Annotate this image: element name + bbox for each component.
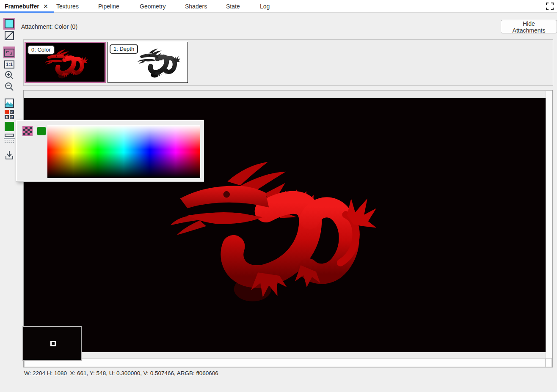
transparent-checker-swatch[interactable] — [22, 126, 33, 136]
green-color-swatch-icon — [5, 122, 14, 131]
scrollbar-corner — [546, 358, 552, 367]
background-image-icon[interactable] — [3, 97, 15, 109]
texture-none-icon[interactable] — [3, 30, 15, 41]
tab-textures[interactable]: Textures — [56, 3, 79, 10]
attachment-thumb-depth[interactable]: 1: Depth — [108, 42, 188, 83]
zoom-out-icon[interactable] — [3, 81, 15, 93]
active-tab-underline — [0, 11, 54, 13]
hue-lightness-gradient[interactable] — [47, 125, 200, 178]
attachment-thumb-color[interactable]: 0: Color — [25, 42, 106, 83]
channel-b-cell: B — [5, 115, 9, 119]
framebuffer-debugger-window: Framebuffer ✕ Textures Pipeline Geometry… — [0, 0, 557, 392]
attachments-strip: 0: Color 1: Depth — [23, 39, 553, 86]
picked-pixel-indicator — [50, 341, 56, 346]
depth-attachment-preview — [131, 47, 186, 79]
rgba-grid-icon: G B A — [5, 110, 14, 119]
zoom-fit-icon[interactable] — [3, 47, 15, 58]
actual-size-icon[interactable]: 1:1 — [3, 58, 15, 70]
cyan-square-icon — [5, 19, 14, 28]
texture-color-icon[interactable] — [3, 18, 15, 30]
hide-attachments-button[interactable]: Hide Attachments — [501, 20, 557, 33]
tab-framebuffer[interactable]: Framebuffer — [5, 3, 39, 10]
fullscreen-icon[interactable] — [546, 3, 554, 10]
tab-geometry[interactable]: Geometry — [140, 3, 165, 10]
background-color-icon[interactable] — [3, 121, 15, 132]
flip-icon[interactable] — [3, 132, 15, 144]
attachment-badge: 1: Depth — [110, 44, 138, 54]
attachment-badge: 0: Color — [28, 45, 55, 55]
channels-icon[interactable]: G B A — [3, 109, 15, 121]
tab-bar: Framebuffer ✕ Textures Pipeline Geometry… — [0, 0, 557, 13]
picture-icon — [5, 99, 14, 108]
tab-log[interactable]: Log — [260, 3, 270, 10]
close-tab-icon[interactable]: ✕ — [43, 3, 48, 10]
channel-a-cell: A — [10, 115, 14, 119]
horizontal-scrollbar[interactable] — [24, 358, 546, 367]
vertical-scrollbar[interactable] — [546, 91, 552, 358]
background-color-picker-popup — [16, 120, 204, 181]
green-swatch[interactable] — [37, 127, 46, 135]
pixel-magnifier[interactable] — [22, 326, 82, 361]
save-image-icon[interactable] — [3, 149, 15, 161]
tab-pipeline[interactable]: Pipeline — [98, 3, 119, 10]
channel-g-cell: G — [10, 110, 14, 114]
attachment-label: Attachment: Color (0) — [21, 23, 77, 30]
flip-vertical-icon — [4, 134, 15, 143]
one-to-one-icon: 1:1 — [4, 60, 14, 69]
zoom-in-icon[interactable] — [3, 69, 15, 81]
tab-state[interactable]: State — [226, 3, 240, 10]
channel-r-cell — [5, 110, 9, 114]
pixel-status-readout: W: 2204 H: 1080 X: 661, Y: 548, U: 0.300… — [24, 370, 218, 376]
fit-brackets-icon — [4, 49, 14, 57]
tab-shaders[interactable]: Shaders — [185, 3, 207, 10]
diagonal-square-icon — [5, 31, 14, 40]
